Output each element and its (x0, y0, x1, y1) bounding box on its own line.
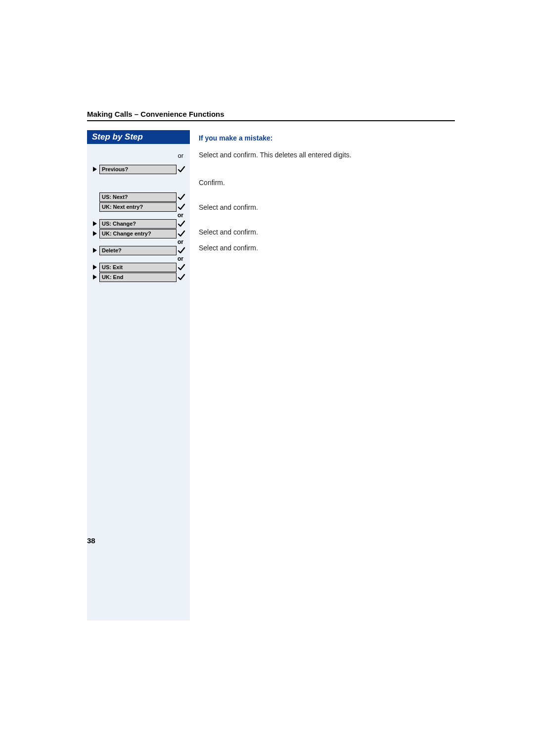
svg-marker-3 (93, 248, 97, 253)
menu-label: UK: End (99, 273, 177, 282)
menu-label: US: Next? (99, 192, 177, 202)
check-icon (177, 263, 186, 271)
play-icon (90, 274, 99, 280)
two-column-layout: Step by Step or Previous? (87, 130, 455, 620)
or-label: or (90, 212, 186, 219)
check-icon (177, 193, 186, 201)
step-list: or Previous? (87, 144, 190, 284)
or-label: or (90, 238, 186, 245)
check-icon (177, 165, 186, 173)
menu-entry-us-change: US: Change? (90, 219, 186, 229)
menu-entry-uk-next-entry: UK: Next entry? (90, 202, 186, 212)
spacer (90, 174, 186, 192)
mistake-heading: If you make a mistake: (199, 134, 455, 142)
menu-entry-uk-change-entry: UK: Change entry? (90, 229, 186, 238)
svg-marker-1 (93, 221, 97, 226)
menu-label: UK: Next entry? (99, 202, 177, 212)
check-icon (177, 273, 186, 281)
play-icon (90, 166, 99, 172)
page-number: 38 (87, 536, 95, 545)
page-header-title: Making Calls – Convenience Functions (87, 110, 455, 118)
check-icon (177, 220, 186, 228)
check-icon (177, 230, 186, 237)
check-icon (177, 246, 186, 254)
spacer (199, 211, 455, 228)
panel-fill (87, 284, 190, 620)
menu-entry-previous: Previous? (90, 164, 186, 174)
or-label-top: or (90, 149, 186, 164)
menu-label: Delete? (99, 246, 177, 255)
menu-label: US: Exit (99, 263, 177, 272)
spacer (199, 159, 455, 179)
menu-entry-delete: Delete? (90, 245, 186, 255)
spacer (199, 236, 455, 244)
select-confirm-2: Select and confirm. (199, 228, 455, 236)
header-rule (87, 120, 455, 121)
menu-entry-uk-end: UK: End (90, 272, 186, 282)
mistake-body: Select and confirm. This deletes all ent… (199, 151, 455, 159)
play-icon (90, 247, 99, 253)
step-by-step-panel: Step by Step or Previous? (87, 130, 190, 620)
instruction-column: If you make a mistake: Select and confir… (190, 130, 455, 252)
menu-label: Previous? (99, 165, 177, 174)
svg-marker-2 (93, 231, 97, 236)
select-confirm-1: Select and confirm. (199, 203, 455, 211)
play-icon (90, 221, 99, 227)
menu-entry-us-exit: US: Exit (90, 262, 186, 272)
spacer (199, 142, 455, 151)
manual-page: Making Calls – Convenience Functions Ste… (0, 0, 534, 756)
menu-label: UK: Change entry? (99, 229, 177, 238)
play-icon (90, 231, 99, 236)
spacer (199, 187, 455, 203)
step-by-step-header: Step by Step (87, 130, 190, 144)
check-icon (177, 203, 186, 211)
confirm-text: Confirm. (199, 179, 455, 187)
svg-marker-4 (93, 265, 97, 270)
svg-marker-0 (93, 167, 97, 172)
select-confirm-3: Select and confirm. (199, 244, 455, 252)
spacer (199, 130, 455, 134)
menu-entry-us-next: US: Next? (90, 192, 186, 202)
content-frame: Making Calls – Convenience Functions Ste… (87, 110, 455, 620)
menu-label: US: Change? (99, 219, 177, 229)
or-label: or (90, 255, 186, 262)
svg-marker-5 (93, 275, 97, 280)
play-icon (90, 264, 99, 270)
